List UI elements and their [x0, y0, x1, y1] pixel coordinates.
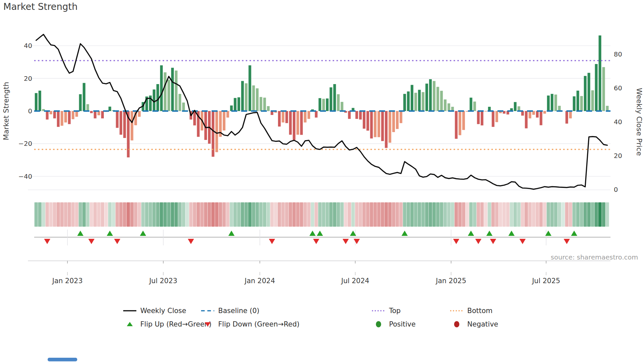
heat-cell [160, 202, 163, 227]
heat-cell [517, 202, 520, 227]
positive-bar [234, 98, 237, 111]
heat-cell [514, 202, 517, 227]
heat-cell [336, 202, 340, 227]
flip-down-marker [490, 239, 496, 244]
positive-bar [422, 92, 424, 111]
heat-cell [547, 202, 550, 227]
heat-cell [178, 202, 181, 227]
heat-cell [108, 202, 111, 227]
positive-bar [554, 95, 557, 111]
flip-up-marker [140, 231, 146, 236]
heat-cell [418, 202, 421, 227]
positive-bar [573, 96, 575, 111]
heat-cell [362, 202, 366, 227]
positive-bar [444, 100, 447, 111]
heat-cell [440, 202, 443, 227]
heat-cell [204, 202, 207, 227]
heat-cell [388, 202, 391, 227]
heat-cell [384, 202, 388, 227]
heat-cell [252, 202, 255, 227]
positive-bar [38, 91, 41, 111]
heat-cell [466, 202, 469, 227]
positive-bar [433, 81, 435, 111]
heat-cell [333, 202, 336, 227]
heat-cell [274, 202, 277, 227]
heat-cell [454, 202, 458, 227]
negative-bar [462, 111, 465, 130]
positive-bar [606, 106, 609, 111]
flip-up-marker [310, 231, 316, 236]
positive-bar [245, 83, 247, 111]
heat-cell [215, 202, 218, 227]
flip-marker-row [34, 230, 610, 245]
positive-bar [168, 80, 170, 111]
positive-bar [238, 97, 240, 111]
heat-cell [366, 202, 369, 227]
heat-cell [116, 202, 119, 227]
negative-bar [392, 111, 395, 132]
heat-cell [355, 202, 358, 227]
heat-cell [543, 202, 546, 227]
heat-cell [499, 202, 502, 227]
heat-cell [196, 202, 200, 227]
heat-cell [480, 202, 484, 227]
positive-bar [580, 96, 583, 111]
heat-cell [263, 202, 266, 227]
negative-bar [525, 111, 527, 128]
heat-cell [174, 202, 178, 227]
heat-cell [244, 202, 248, 227]
heat-cell [550, 202, 554, 227]
negative-bar [308, 111, 310, 119]
heat-cell [594, 202, 598, 227]
bottom-scrollbar[interactable] [48, 358, 77, 361]
positive-bar [514, 102, 517, 111]
flip-down-marker [519, 239, 526, 244]
heat-cell [502, 202, 506, 227]
legend-item-bottom: Bottom [449, 306, 493, 315]
x-tick-label: Jan 2025 [435, 277, 467, 285]
heat-cell [34, 202, 38, 227]
negative-bar [223, 111, 225, 130]
heat-cell [281, 202, 285, 227]
positive-bar [429, 79, 432, 111]
heat-cell [104, 202, 108, 227]
heat-cell [75, 202, 78, 227]
heat-cell [259, 202, 263, 227]
heat-cell [602, 202, 605, 227]
legend-item-baseline: Baseline (0) [200, 306, 259, 315]
negative-bar [64, 111, 67, 123]
positive-bar [551, 94, 553, 111]
negative-bar [569, 111, 572, 118]
negative-bar [53, 111, 56, 118]
market-strength-chart-page: Market Strength 40 20 0 −20 −40 80 60 40… [0, 0, 644, 362]
negative-bar [484, 111, 487, 111]
negative-bar [94, 111, 96, 118]
flip-up-marker [571, 231, 577, 236]
heat-cell [149, 202, 152, 227]
heat-cell [171, 202, 174, 227]
heat-cell [112, 202, 115, 227]
heat-cell [591, 202, 594, 227]
legend-label: Flip Down (Green→Red) [218, 320, 299, 328]
positive-bar [426, 84, 428, 111]
positive-circle-icon [371, 320, 386, 328]
positive-bar [330, 87, 332, 111]
positive-bar [171, 68, 174, 111]
heat-cell [134, 202, 137, 227]
legend-label: Negative [467, 320, 498, 328]
heat-cell [510, 202, 513, 227]
negative-bar [348, 111, 351, 119]
heat-cell [138, 202, 141, 227]
heat-cell [237, 202, 241, 227]
legend-item-flip-up: Flip Up (Red→Green) [123, 320, 212, 329]
positive-bar [164, 72, 166, 111]
negative-bar [378, 111, 380, 137]
positive-bar [260, 97, 262, 111]
gridlines [28, 46, 610, 190]
heat-cell [90, 202, 93, 227]
right-tick: 20 [614, 152, 622, 160]
page-title: Market Strength [3, 1, 78, 12]
left-tick: 40 [24, 42, 32, 50]
heat-cell [53, 202, 56, 227]
positive-bar [577, 91, 579, 111]
